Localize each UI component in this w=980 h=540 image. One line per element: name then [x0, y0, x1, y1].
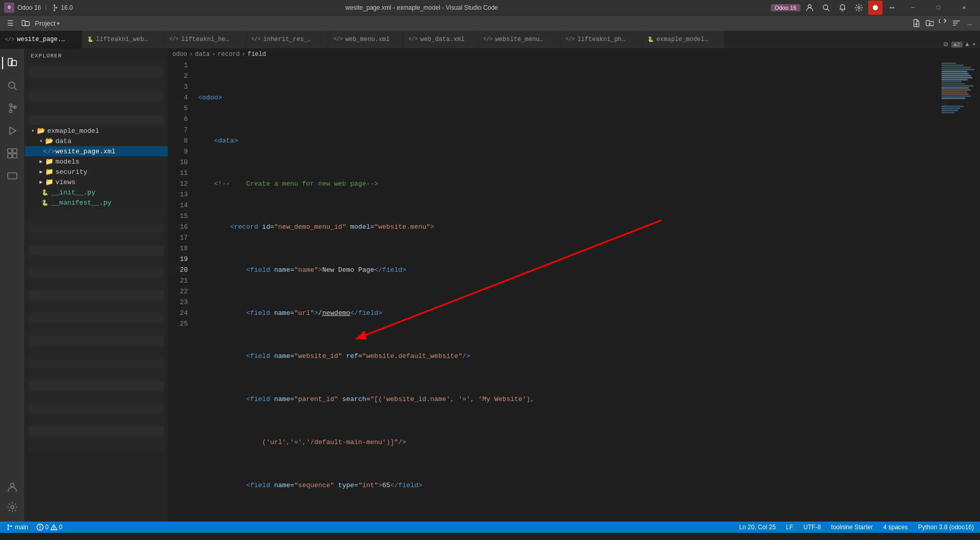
restore-button[interactable]: □: [927, 0, 950, 15]
py-file-icon2: 🐍: [648, 36, 654, 43]
svg-point-34: [8, 529, 9, 530]
account-icon[interactable]: [2, 476, 23, 497]
chevron-down-icon: ▾: [57, 21, 60, 26]
sidebar-extensions-icon[interactable]: [2, 143, 23, 164]
errors-status[interactable]: 0 0: [34, 522, 64, 533]
tab-overflow-count: ▲2: [951, 42, 962, 48]
code-line-9: ('url','=','/default-main-menu')]"/>: [198, 437, 939, 448]
svg-rect-16: [8, 58, 12, 66]
close-button[interactable]: ✕: [952, 0, 976, 15]
sidebar-header: Explorer: [25, 49, 168, 63]
language-status[interactable]: Python 3.8 (odoo16): [916, 522, 976, 533]
tab-website-menu-xml[interactable]: </> website_menu.xml ✕: [478, 31, 560, 48]
folder-icon-security: 📁: [45, 168, 53, 176]
settings-gear-icon[interactable]: [2, 497, 23, 517]
errors-count: 0: [45, 524, 49, 531]
hamburger-menu[interactable]: ☰: [4, 17, 16, 29]
tab-label4: web_menu.xml: [345, 36, 389, 43]
breadcrumb-record[interactable]: record: [218, 51, 240, 58]
new-file-icon[interactable]: [910, 17, 923, 29]
project-label[interactable]: Project ▾: [35, 19, 60, 27]
tabs-end-controls: ⧉ ▲2 ▲ ▾: [944, 41, 980, 48]
editor-area[interactable]: odoo › data › record › field 1 2 3 4 5 6…: [168, 49, 980, 522]
tab-exmaple-model-manifest[interactable]: 🐍 exmaple_model/__manifest__... ✕: [642, 31, 724, 48]
tab-wesite-page-xml[interactable]: </> wesite_page.xml ✕: [0, 31, 82, 48]
tab-inherit-res-company-xml[interactable]: </> inherit_res_company.xml ✕: [246, 31, 328, 48]
breadcrumb-data[interactable]: data: [195, 51, 210, 58]
settings-icon[interactable]: [852, 1, 866, 15]
tree-item-init-py[interactable]: 🐍 __init__.py: [25, 187, 168, 197]
svg-point-39: [40, 528, 41, 529]
folder-arrow-exmaple-model: ▾: [29, 127, 37, 135]
tab-label3: inherit_res_company.xml: [263, 36, 315, 43]
cursor-position-label: Ln 20, Col 25: [739, 524, 775, 531]
line-ending-status[interactable]: LF: [784, 522, 795, 533]
sidebar-debug-icon[interactable]: [2, 121, 23, 141]
breadcrumb-odoo[interactable]: odoo: [172, 51, 187, 58]
tab-web-menu-xml[interactable]: </> web_menu.xml ✕: [328, 31, 403, 48]
line-numbers: 1 2 3 4 5 6 7 8 9 10 11 12 13 14 15 16 1: [168, 60, 194, 522]
split-editor-icon[interactable]: ⧉: [944, 41, 948, 48]
tab-lifteakni-pharma-xml[interactable]: </> lifteakni_pharma.xml ✕: [560, 31, 642, 48]
tree-label-views: views: [55, 178, 75, 186]
tree-item-wesite-page-xml[interactable]: </> wesite_page.xml: [25, 146, 168, 156]
code-content[interactable]: <odoo> <data> <!-- Create a menu for new…: [194, 60, 939, 522]
notifications-icon[interactable]: [835, 1, 850, 15]
tree-item-exmaple-model[interactable]: ▾ 📂 exmaple_model: [25, 126, 168, 136]
odoo-label[interactable]: Odoo 16: [17, 4, 41, 11]
explorer-more-icon[interactable]: …: [964, 17, 976, 29]
charset-status[interactable]: UTF-8: [801, 522, 823, 533]
title-bar: O Odoo 16 | 16.0 wesite_page.xml - exmap…: [0, 0, 980, 15]
tree-item-security[interactable]: ▶ 📁 security: [25, 167, 168, 177]
tab-lifteakni-manifest-py[interactable]: 🐍 lifteakni_website/__manifest__.py ✕: [82, 31, 164, 48]
activity-bar: [0, 49, 25, 522]
collapse-icon[interactable]: [950, 17, 963, 29]
git-icon: [51, 4, 58, 11]
git-branch-status[interactable]: main: [4, 522, 30, 533]
chevron-up-icon[interactable]: ▲: [966, 41, 969, 48]
svg-rect-26: [8, 154, 12, 158]
sidebar: Explorer ▾ 📂 exmaple_model ▾ 📂: [25, 49, 168, 522]
xml-file-icon5: </>: [408, 36, 418, 42]
tree-item-data[interactable]: ▾ 📂 data: [25, 136, 168, 146]
sidebar-search-icon[interactable]: [2, 75, 23, 96]
svg-point-41: [53, 529, 54, 530]
explorer-icon[interactable]: [19, 17, 32, 29]
more-icon[interactable]: ⋯: [885, 1, 899, 15]
folder-open-icon-data: 📂: [45, 137, 53, 145]
svg-rect-28: [8, 173, 17, 179]
code-line-6: <field name="url">/newdemo</field>: [198, 308, 939, 318]
sidebar-explorer-icon[interactable]: [2, 53, 23, 73]
status-bar: main 0 0 Ln 20, Col 25 LF UTF-8 toolnine…: [0, 522, 980, 533]
search-global-icon[interactable]: [819, 1, 833, 15]
odoo-badge[interactable]: Odoo 16: [771, 4, 800, 11]
extension-status[interactable]: toolnine Starter: [829, 522, 875, 533]
tree-item-manifest-py[interactable]: 🐍 __manifest__.py: [25, 197, 168, 208]
tree-label-models: models: [55, 158, 80, 166]
chevron-down-tab-icon[interactable]: ▾: [972, 41, 976, 48]
tab-lifteakni-helthcare-xml[interactable]: </> lifteakni_helthcare.xml ✕: [164, 31, 246, 48]
svg-rect-11: [25, 22, 29, 26]
minimize-button[interactable]: ─: [901, 0, 925, 15]
refresh-icon[interactable]: [937, 17, 949, 29]
indentation-status[interactable]: 4 spaces: [881, 522, 910, 533]
tree-item-models[interactable]: ▶ 📁 models: [25, 156, 168, 167]
svg-point-5: [808, 5, 811, 8]
code-line-4: <record id="new_demo_menu_id" model="web…: [198, 222, 939, 232]
sidebar-git-icon[interactable]: [2, 98, 23, 118]
record-icon[interactable]: [868, 1, 883, 15]
cursor-position-status[interactable]: Ln 20, Col 25: [737, 522, 777, 533]
tab-web-data-xml[interactable]: </> web_data.xml ✕: [403, 31, 478, 48]
tab-label8: exmaple_model/__manifest__...: [656, 36, 711, 43]
new-folder-icon[interactable]: [924, 17, 936, 29]
code-editor[interactable]: 1 2 3 4 5 6 7 8 9 10 11 12 13 14 15 16 1: [168, 60, 939, 522]
tree-item-views[interactable]: ▶ 📁 views: [25, 177, 168, 187]
svg-point-29: [10, 484, 14, 487]
sidebar-unknown-icon[interactable]: [2, 166, 23, 186]
xml-file-icon-sidebar: </>: [45, 147, 53, 155]
breadcrumb-field[interactable]: field: [247, 51, 266, 58]
toolbar-icons: …: [910, 17, 976, 29]
version-label[interactable]: 16.0: [61, 4, 73, 11]
user-icon[interactable]: [802, 1, 817, 15]
indentation-label: 4 spaces: [883, 524, 908, 531]
